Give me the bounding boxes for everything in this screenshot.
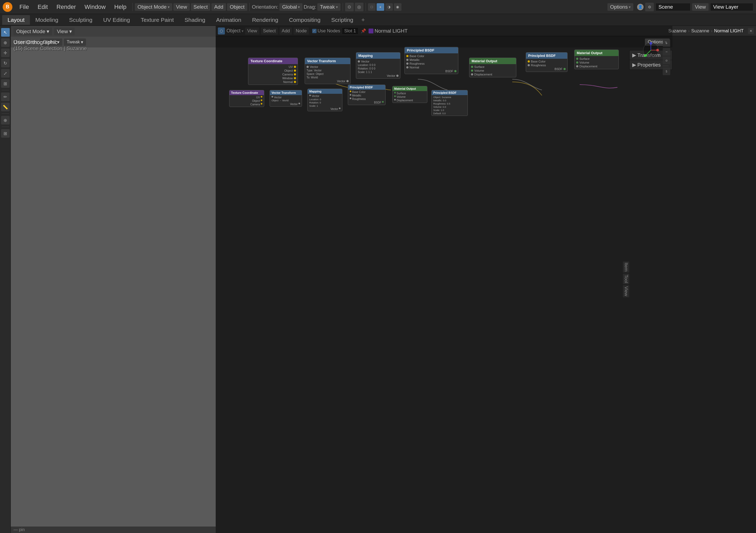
pbsdf-in-metal: Metallic bbox=[406, 58, 456, 62]
node-small-1[interactable]: Texture Coordinate UV Object Camera bbox=[229, 90, 264, 107]
mode-selector[interactable]: Object Mode ▾ bbox=[135, 3, 172, 11]
node-connections-svg bbox=[216, 36, 756, 533]
node-small-5[interactable]: Material Output Surface Volume Displacem… bbox=[392, 86, 427, 103]
node-small-4[interactable]: Principled BSDF Base Color Metallic Roug… bbox=[348, 85, 386, 105]
tab-uv-editing[interactable]: UV Editing bbox=[98, 15, 135, 25]
mo-in-volume: Volume bbox=[471, 69, 514, 72]
tab-modeling[interactable]: Modeling bbox=[30, 15, 64, 25]
top-menubar: B File Edit Render Window Help Object Mo… bbox=[0, 0, 756, 14]
tab-shading[interactable]: Shading bbox=[179, 15, 211, 25]
tc-out-cam: Camera bbox=[250, 72, 296, 76]
node-tc-body: UV Object Camera Window Normal bbox=[248, 64, 298, 85]
node-mo-body: Surface Volume Displacement bbox=[470, 64, 516, 77]
viewlayer-btn[interactable]: View bbox=[692, 3, 709, 11]
zoom-fit-btn[interactable]: ⊙ bbox=[663, 57, 670, 64]
tab-sculpting[interactable]: Sculpting bbox=[64, 15, 97, 25]
vt-to: To: World bbox=[307, 76, 349, 79]
node-s1-header: Texture Coordinate bbox=[230, 90, 264, 95]
select-btn[interactable]: Select bbox=[191, 3, 211, 11]
viewport-gizmo[interactable]: X Y Z bbox=[643, 42, 659, 58]
svg-text:Z: Z bbox=[650, 42, 651, 43]
tool-scale[interactable]: ⤢ bbox=[1, 69, 10, 78]
tab-texture-paint[interactable]: Texture Paint bbox=[135, 15, 179, 25]
scene-name-field[interactable] bbox=[656, 3, 690, 11]
menu-render[interactable]: Render bbox=[53, 2, 80, 12]
zoom-out-btn[interactable]: − bbox=[663, 48, 670, 56]
node-tc-header: Texture Coordinate bbox=[248, 58, 298, 64]
node-map-body: Vector Location: 0 0 0 Rotation: 0 0 0 S… bbox=[356, 59, 400, 78]
node-ps-body: Object: Suzanne Metallic: 0.0 Roughness:… bbox=[432, 95, 468, 115]
sidebar-view-label[interactable]: View bbox=[623, 285, 629, 297]
vt-out: Vector bbox=[307, 79, 349, 83]
node-mat-output-2[interactable]: Material Output Surface Volume Displacem… bbox=[574, 50, 619, 69]
tool-add-obj[interactable]: ⊕ bbox=[1, 116, 10, 124]
tool-annotate[interactable]: ✏ bbox=[1, 92, 10, 101]
ne-bc-sep1: › bbox=[688, 28, 690, 34]
map-rotation: Rotation: 0 0 0 bbox=[358, 67, 398, 70]
node-cluster-1[interactable]: Principled BSDF Base Color Roughness BSD… bbox=[526, 52, 568, 72]
tab-scripting[interactable]: Scripting bbox=[326, 15, 359, 25]
tab-rendering[interactable]: Rendering bbox=[247, 15, 284, 25]
numpad-5-btn[interactable]: 5 bbox=[663, 68, 670, 75]
node-principled[interactable]: Principled BSDF Base Color Metallic Roug… bbox=[404, 47, 458, 74]
pbsdf-out-bsdf: BSDF bbox=[406, 69, 456, 73]
object-btn[interactable]: Object bbox=[227, 3, 247, 11]
settings-icon[interactable]: ⚙ bbox=[645, 3, 654, 11]
menu-file[interactable]: File bbox=[15, 2, 33, 12]
vp-status-text: — pin bbox=[14, 527, 25, 532]
node-vector-transform[interactable]: Vector Transform Vector Type: Vector Spa… bbox=[305, 58, 350, 84]
node-canvas[interactable]: Texture Coordinate UV Object Camera Wind… bbox=[216, 36, 756, 533]
material-shading[interactable]: ◑ bbox=[385, 3, 393, 11]
drag-selector[interactable]: Tweak ▾ bbox=[317, 3, 340, 11]
tool-move[interactable]: ✛ bbox=[1, 48, 10, 57]
tc-out-uv: UV bbox=[250, 65, 296, 69]
node-texture-coord[interactable]: Texture Coordinate UV Object Camera Wind… bbox=[248, 58, 298, 85]
menu-edit[interactable]: Edit bbox=[34, 2, 51, 12]
solid-shading[interactable]: ● bbox=[377, 3, 384, 11]
node-small-3[interactable]: Mapping Vector Location: 0 Rotation: 0 S… bbox=[307, 89, 342, 111]
svg-text:Y: Y bbox=[644, 55, 645, 57]
orientation-selector[interactable]: Global ▾ bbox=[279, 3, 303, 11]
options-btn[interactable]: Options ▾ bbox=[608, 3, 633, 11]
pbsdf-in-base: Base Color bbox=[406, 54, 456, 58]
snap-btn[interactable]: ⊙ bbox=[345, 3, 354, 11]
viewlayer-name-field[interactable] bbox=[710, 3, 753, 11]
wire-shading[interactable]: □ bbox=[368, 3, 376, 11]
tool-rotate[interactable]: ↻ bbox=[1, 59, 10, 67]
vt-type-row: Vector bbox=[307, 65, 349, 69]
tool-cursor[interactable]: ⊕ bbox=[1, 38, 10, 47]
ne-close-btn[interactable]: ✕ bbox=[748, 28, 754, 34]
map-in-socket bbox=[358, 60, 360, 63]
tool-grid[interactable]: ⊞ bbox=[1, 129, 10, 138]
tab-compositing[interactable]: Compositing bbox=[284, 15, 326, 25]
menu-window[interactable]: Window bbox=[81, 2, 109, 12]
tc-win-socket bbox=[294, 77, 296, 79]
node-pbsdf-header: Principled BSDF bbox=[405, 47, 458, 53]
render-shading[interactable]: ◉ bbox=[394, 3, 401, 11]
node-s5-header: Material Output bbox=[392, 86, 427, 91]
tc-out-win: Window bbox=[250, 76, 296, 80]
tool-select-box[interactable]: ↖ bbox=[1, 28, 10, 37]
tab-layout[interactable]: Layout bbox=[2, 15, 30, 25]
node-props-sm[interactable]: Principled BSDF Object: Suzanne Metallic… bbox=[431, 90, 468, 116]
vp-view-dropdown[interactable]: View ▾ bbox=[54, 28, 75, 35]
node-material-output[interactable]: Material Output Surface Volume Displacem… bbox=[469, 58, 516, 77]
tool-measure[interactable]: 📏 bbox=[1, 103, 10, 111]
view-btn[interactable]: View bbox=[174, 3, 190, 11]
vp-right-tools: + − ⊙ 5 bbox=[663, 39, 670, 75]
sidebar-vertical: Item Tool View bbox=[623, 262, 629, 297]
add-workspace-btn[interactable]: + bbox=[359, 15, 367, 25]
zoom-in-btn[interactable]: + bbox=[663, 39, 670, 47]
node-mapping[interactable]: Mapping Vector Location: 0 0 0 Rotation:… bbox=[356, 52, 400, 79]
vp-mode-dropdown[interactable]: Object Mode ▾ bbox=[14, 28, 52, 35]
node-small-2[interactable]: Vector Transform Vector Object → World V… bbox=[270, 90, 302, 107]
app-logo: B bbox=[3, 2, 13, 12]
proportional-btn[interactable]: ◎ bbox=[355, 3, 364, 11]
add-btn[interactable]: Add bbox=[211, 3, 226, 11]
tab-animation[interactable]: Animation bbox=[211, 15, 247, 25]
menu-help[interactable]: Help bbox=[111, 2, 130, 12]
sidebar-tool-label[interactable]: Tool bbox=[623, 274, 629, 284]
node-editor-area: ⬡ Object ▾ View Select Add Node ✓ Use No… bbox=[216, 26, 756, 533]
tool-transform[interactable]: ⊞ bbox=[1, 79, 10, 88]
sidebar-item-label[interactable]: Item bbox=[623, 262, 629, 273]
